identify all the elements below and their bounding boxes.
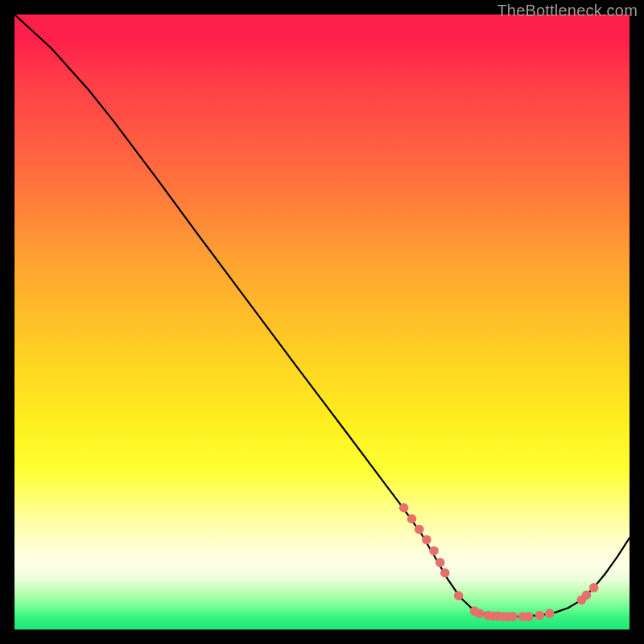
chart-marker-dot [535, 611, 545, 621]
chart-svg-layer [14, 14, 630, 630]
watermark-text: TheBottleneck.com [497, 2, 638, 20]
chart-marker-dot [508, 612, 518, 621]
chart-plot-area [14, 14, 630, 630]
chart-marker-dot [429, 546, 439, 555]
chart-marker-dot [399, 503, 409, 513]
chart-marker-dot [582, 590, 592, 600]
chart-marker-dot [524, 612, 534, 621]
chart-marker-dot [545, 609, 555, 618]
chart-marker-dot [454, 591, 464, 601]
chart-markers [399, 503, 599, 621]
chart-marker-dot [415, 525, 424, 535]
chart-marker-dot [436, 558, 445, 568]
chart-marker-dot [422, 535, 431, 545]
chart-marker-dot [407, 514, 417, 524]
chart-curve [14, 14, 630, 617]
chart-marker-dot [475, 609, 485, 618]
chart-stage: TheBottleneck.com [0, 0, 644, 644]
chart-marker-dot [589, 583, 599, 592]
chart-marker-dot [440, 568, 450, 578]
